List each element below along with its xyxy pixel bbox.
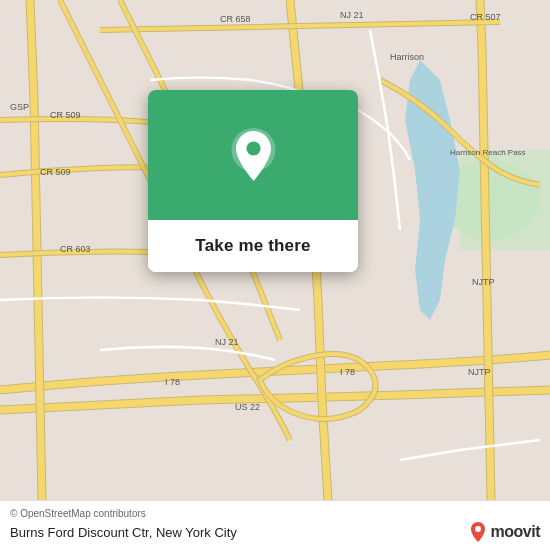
map-container: CR 658 NJ 21 CR 507 GSP CR 509 CR 509 CR…	[0, 0, 550, 500]
copyright-line: © OpenStreetMap contributors	[10, 508, 540, 519]
road-label-nj21-top: NJ 21	[340, 10, 364, 20]
location-line: Burns Ford Discount Ctr, New York City m…	[10, 521, 540, 543]
location-pin-icon	[226, 123, 281, 188]
road-label-cr509-1: CR 509	[50, 110, 81, 120]
moovit-pin-icon	[469, 521, 487, 543]
popup-card: Take me there	[148, 90, 358, 272]
road-label-cr507: CR 507	[470, 12, 501, 22]
road-label-cr603: CR 603	[60, 244, 91, 254]
road-label-cr658: CR 658	[220, 14, 251, 24]
road-label-harrison-reach: Harrison Reach Pass	[450, 148, 526, 157]
popup-green-area	[148, 90, 358, 220]
road-label-njtp-1: NJTP	[472, 277, 495, 287]
road-label-gsp: GSP	[10, 102, 29, 112]
take-me-there-button[interactable]: Take me there	[148, 220, 358, 272]
moovit-logo: moovit	[469, 521, 540, 543]
road-label-harrison: Harrison	[390, 52, 424, 62]
location-text: Burns Ford Discount Ctr, New York City	[10, 525, 237, 540]
road-label-cr509-2: CR 509	[40, 167, 71, 177]
moovit-wordmark: moovit	[491, 523, 540, 541]
road-label-njtp-2: NJTP	[468, 367, 491, 377]
svg-point-7	[475, 526, 481, 532]
svg-rect-2	[460, 150, 550, 250]
bottom-bar: © OpenStreetMap contributors Burns Ford …	[0, 500, 550, 550]
road-label-us22: US 22	[235, 402, 260, 412]
copyright-text: © OpenStreetMap contributors	[10, 508, 146, 519]
svg-point-6	[246, 141, 260, 155]
road-label-nj21-low: NJ 21	[215, 337, 239, 347]
road-label-i78: I 78	[165, 377, 180, 387]
road-label-i78-2: I 78	[340, 367, 355, 377]
